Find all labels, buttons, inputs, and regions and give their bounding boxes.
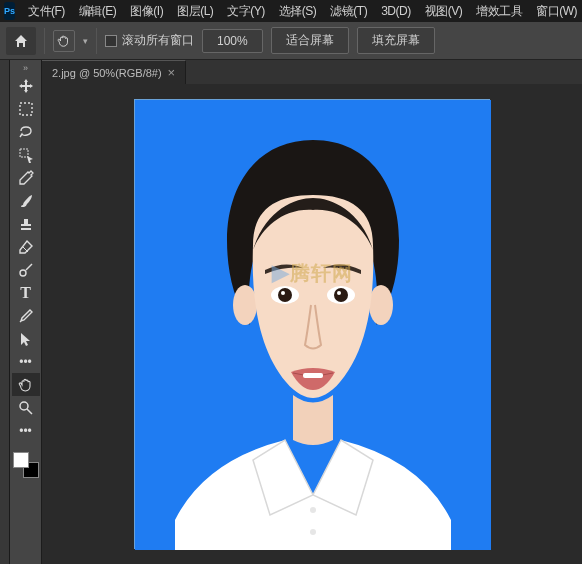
svg-point-5: [233, 285, 257, 325]
options-bar: ▾ 滚动所有窗口 100% 适合屏幕 填充屏幕: [0, 22, 582, 60]
document-tabs: 2.jpg @ 50%(RGB/8#) ×: [42, 60, 582, 84]
photo-content: [135, 100, 491, 550]
menu-edit[interactable]: 编辑(E): [72, 0, 124, 23]
hand-tool[interactable]: [12, 373, 40, 396]
menu-type[interactable]: 文字(Y): [220, 0, 272, 23]
lasso-icon: [18, 124, 34, 140]
brush-tool[interactable]: [12, 189, 40, 212]
svg-rect-13: [303, 373, 323, 378]
svg-point-11: [334, 288, 348, 302]
hand-icon: [18, 377, 34, 393]
arrow-icon: [18, 331, 34, 347]
svg-rect-1: [20, 149, 28, 157]
more-tools[interactable]: •••: [12, 350, 40, 373]
menu-select[interactable]: 选择(S): [272, 0, 324, 23]
svg-rect-0: [20, 103, 32, 115]
canvas-area: 2.jpg @ 50%(RGB/8#) ×: [42, 60, 582, 564]
eraser-tool[interactable]: [12, 235, 40, 258]
tab-close-button[interactable]: ×: [168, 65, 176, 80]
menu-filter[interactable]: 滤镜(T): [323, 0, 374, 23]
menu-window[interactable]: 窗口(W): [529, 0, 582, 23]
pen-icon: [18, 308, 34, 324]
svg-point-2: [20, 270, 26, 276]
svg-point-8: [278, 288, 292, 302]
divider: [44, 28, 45, 54]
menu-file[interactable]: 文件(F): [21, 0, 72, 23]
dodge-tool[interactable]: [12, 258, 40, 281]
toolbar-expand-icon[interactable]: »: [23, 62, 28, 74]
menu-image[interactable]: 图像(I): [123, 0, 170, 23]
dodge-icon: [18, 262, 34, 278]
panel-strip: [0, 60, 10, 564]
lasso-tool[interactable]: [12, 120, 40, 143]
svg-point-3: [20, 402, 28, 410]
zoom-button[interactable]: 100%: [202, 29, 263, 53]
menu-plugins[interactable]: 增效工具: [469, 0, 529, 23]
divider: [96, 28, 97, 54]
document-canvas[interactable]: ▶腾轩网: [134, 99, 490, 549]
home-icon: [13, 33, 29, 49]
edit-toolbar[interactable]: •••: [12, 419, 40, 442]
type-icon: T: [20, 284, 31, 302]
tool-options-dropdown-icon[interactable]: ▾: [83, 36, 88, 46]
zoom-icon: [18, 400, 34, 416]
scroll-all-checkbox[interactable]: [105, 35, 117, 47]
move-icon: [18, 78, 34, 94]
hand-icon: [57, 34, 71, 48]
menu-3d[interactable]: 3D(D): [374, 1, 418, 21]
color-swatches[interactable]: [13, 452, 39, 478]
scroll-all-label: 滚动所有窗口: [122, 32, 194, 49]
menu-view[interactable]: 视图(V): [418, 0, 470, 23]
ellipsis-icon: •••: [19, 355, 32, 369]
app-logo: Ps: [4, 2, 15, 20]
eyedropper-icon: [18, 170, 34, 186]
watermark: ▶腾轩网: [135, 260, 489, 287]
document-tab[interactable]: 2.jpg @ 50%(RGB/8#) ×: [42, 60, 186, 84]
canvas-viewport[interactable]: ▶腾轩网: [42, 84, 582, 564]
hand-tool-indicator[interactable]: [53, 30, 75, 52]
eyedropper-tool[interactable]: [12, 166, 40, 189]
svg-point-12: [337, 291, 341, 295]
fit-screen-button[interactable]: 适合屏幕: [271, 27, 349, 54]
marquee-icon: [18, 101, 34, 117]
svg-point-6: [369, 285, 393, 325]
pen-tool[interactable]: [12, 304, 40, 327]
svg-point-9: [281, 291, 285, 295]
stamp-tool[interactable]: [12, 212, 40, 235]
svg-point-14: [310, 507, 316, 513]
document-tab-label: 2.jpg @ 50%(RGB/8#): [52, 67, 162, 79]
marquee-tool[interactable]: [12, 97, 40, 120]
zoom-tool[interactable]: [12, 396, 40, 419]
move-tool[interactable]: [12, 74, 40, 97]
type-tool[interactable]: T: [12, 281, 40, 304]
menubar: Ps 文件(F) 编辑(E) 图像(I) 图层(L) 文字(Y) 选择(S) 滤…: [0, 0, 582, 22]
toolbar: » T ••• •••: [10, 60, 42, 564]
home-button[interactable]: [6, 27, 36, 55]
scroll-all-option[interactable]: 滚动所有窗口: [105, 32, 194, 49]
foreground-color-swatch[interactable]: [13, 452, 29, 468]
path-select-tool[interactable]: [12, 327, 40, 350]
stamp-icon: [18, 216, 34, 232]
eraser-icon: [18, 239, 34, 255]
svg-point-15: [310, 529, 316, 535]
object-select-tool[interactable]: [12, 143, 40, 166]
ellipsis-icon: •••: [19, 424, 32, 438]
brush-icon: [18, 193, 34, 209]
object-select-icon: [18, 147, 34, 163]
menu-layer[interactable]: 图层(L): [170, 0, 220, 23]
fill-screen-button[interactable]: 填充屏幕: [357, 27, 435, 54]
